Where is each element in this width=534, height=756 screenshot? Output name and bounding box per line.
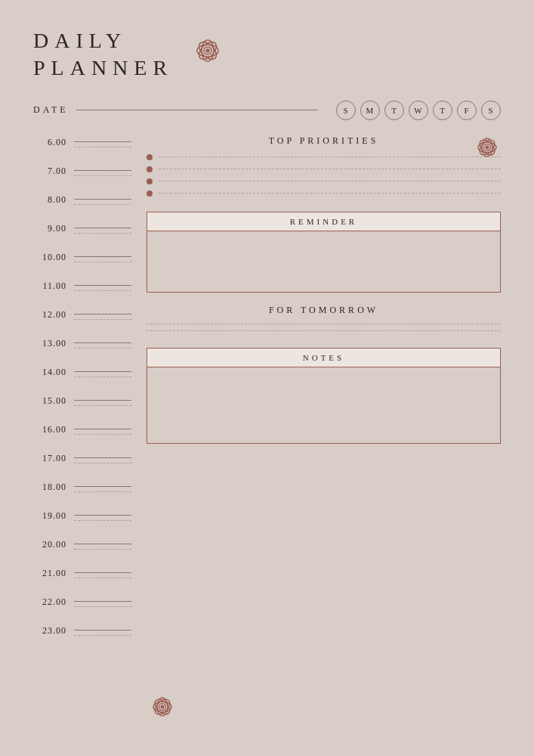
days-row: S M T W T F S xyxy=(336,101,501,120)
reminder-body[interactable] xyxy=(147,231,500,292)
flower-icon-right xyxy=(466,128,508,170)
main-content: 6.00 7.00 8.00 xyxy=(33,135,501,652)
time-lines-1000 xyxy=(74,250,131,262)
time-label-1600: 16.00 xyxy=(33,423,66,435)
time-lines-1100 xyxy=(74,279,131,291)
time-lines-1700 xyxy=(74,451,131,463)
time-row-1300: 13.00 xyxy=(33,336,131,365)
priority-line-3 xyxy=(159,181,501,181)
priority-line-1 xyxy=(159,156,501,157)
time-row-1500: 15.00 xyxy=(33,394,131,423)
time-row-1100: 11.00 xyxy=(33,279,131,308)
time-lines-1900 xyxy=(74,509,131,521)
bullet-2 xyxy=(147,166,153,172)
time-label-800: 8.00 xyxy=(33,193,66,206)
time-label-1200: 12.00 xyxy=(33,308,66,321)
time-lines-2300 xyxy=(74,624,131,636)
date-label: DATE xyxy=(33,104,69,116)
date-line xyxy=(76,110,318,110)
reminder-box: REMINDER xyxy=(147,212,501,293)
time-row-2000: 20.00 xyxy=(33,538,131,566)
time-lines-2100 xyxy=(74,566,131,578)
time-lines-1600 xyxy=(74,423,131,435)
time-label-1900: 19.00 xyxy=(33,509,66,522)
time-row-600: 6.00 xyxy=(33,135,131,164)
page-title-line2: PLANNER xyxy=(33,54,173,82)
time-row-1800: 18.00 xyxy=(33,480,131,509)
header: DAILY PLANNER xyxy=(33,27,501,82)
time-lines-1800 xyxy=(74,480,131,492)
priority-line-4 xyxy=(159,193,501,194)
time-lines-1500 xyxy=(74,394,131,406)
time-label-2200: 22.00 xyxy=(33,595,66,608)
notes-header: NOTES xyxy=(147,349,500,367)
date-row: DATE S M T W T F S xyxy=(33,101,501,120)
priority-item-4 xyxy=(147,191,501,197)
time-row-700: 7.00 xyxy=(33,164,131,193)
time-label-2100: 21.00 xyxy=(33,566,66,579)
time-row-1700: 17.00 xyxy=(33,451,131,480)
day-M[interactable]: M xyxy=(360,101,380,120)
time-label-1500: 15.00 xyxy=(33,394,66,407)
time-lines-900 xyxy=(74,222,131,234)
notes-body[interactable] xyxy=(147,367,500,443)
right-panel: TOP PRIORITIES xyxy=(147,135,501,652)
time-lines-700 xyxy=(74,164,131,176)
priority-line-2 xyxy=(159,169,501,169)
priority-item-3 xyxy=(147,178,501,184)
top-priorities-header: TOP PRIORITIES xyxy=(147,135,501,147)
time-label-1100: 11.00 xyxy=(33,279,66,292)
flower-icon-header xyxy=(185,30,230,75)
day-S2[interactable]: S xyxy=(481,101,501,120)
day-F[interactable]: F xyxy=(457,101,477,120)
time-label-1700: 17.00 xyxy=(33,451,66,464)
time-label-1400: 14.00 xyxy=(33,365,66,378)
time-lines-800 xyxy=(74,193,131,205)
time-row-800: 8.00 xyxy=(33,193,131,222)
day-T1[interactable]: T xyxy=(384,101,404,120)
time-label-1300: 13.00 xyxy=(33,336,66,349)
time-row-1200: 12.00 xyxy=(33,308,131,336)
time-label-600: 6.00 xyxy=(33,135,66,148)
time-label-2300: 23.00 xyxy=(33,624,66,637)
svg-point-5 xyxy=(206,49,209,52)
time-label-2000: 20.00 xyxy=(33,538,66,550)
bullet-3 xyxy=(147,178,153,184)
bullet-1 xyxy=(147,154,153,160)
time-row-2300: 23.00 xyxy=(33,624,131,652)
time-lines-600 xyxy=(74,135,131,147)
tomorrow-line-1 xyxy=(147,324,501,324)
time-label-1800: 18.00 xyxy=(33,480,66,493)
time-row-1400: 14.00 xyxy=(33,365,131,394)
day-W[interactable]: W xyxy=(409,101,428,120)
time-lines-2200 xyxy=(74,595,131,607)
time-lines-1200 xyxy=(74,308,131,320)
svg-point-11 xyxy=(486,146,489,149)
schedule-column: 6.00 7.00 8.00 xyxy=(33,135,131,652)
top-priorities-title: TOP PRIORITIES xyxy=(147,135,501,147)
notes-box: NOTES xyxy=(147,348,501,444)
time-lines-2000 xyxy=(74,538,131,550)
priority-item-1 xyxy=(147,154,501,160)
for-tomorrow-title: FOR TOMORROW xyxy=(147,305,501,316)
time-row-2200: 22.00 xyxy=(33,595,131,624)
time-row-900: 9.00 xyxy=(33,222,131,250)
time-row-2100: 21.00 xyxy=(33,566,131,595)
time-label-1000: 10.00 xyxy=(33,250,66,263)
day-S1[interactable]: S xyxy=(336,101,356,120)
flower-icon-bottom xyxy=(142,688,183,729)
time-row-1900: 19.00 xyxy=(33,509,131,538)
day-T2[interactable]: T xyxy=(433,101,452,120)
title-block: DAILY PLANNER xyxy=(33,27,173,82)
time-label-900: 9.00 xyxy=(33,222,66,234)
time-row-1000: 10.00 xyxy=(33,250,131,279)
page: DAILY PLANNER DATE S M T W xyxy=(0,0,534,756)
time-row-1600: 16.00 xyxy=(33,423,131,451)
tomorrow-line-2 xyxy=(147,330,501,331)
for-tomorrow-section: FOR TOMORROW xyxy=(147,305,501,337)
time-label-700: 7.00 xyxy=(33,164,66,177)
page-title-line1: DAILY xyxy=(33,27,173,54)
time-lines-1300 xyxy=(74,336,131,349)
svg-point-17 xyxy=(161,705,164,708)
reminder-header: REMINDER xyxy=(147,212,500,231)
